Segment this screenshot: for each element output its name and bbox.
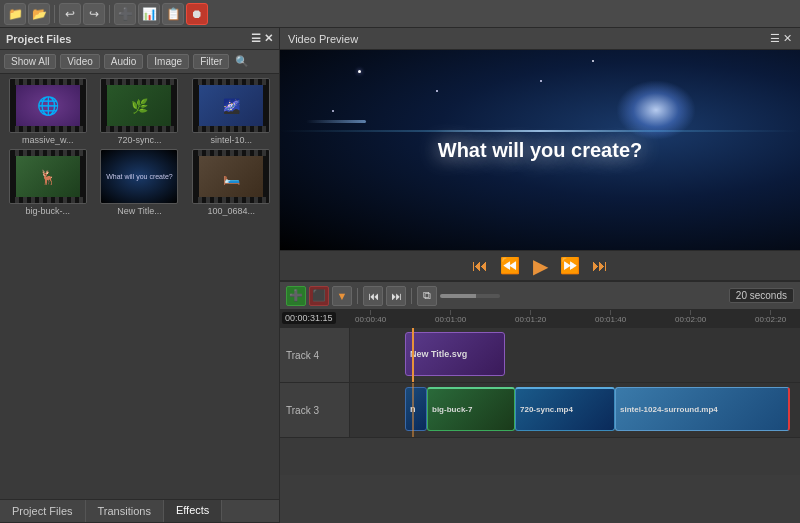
show-all-button[interactable]: Show All: [4, 54, 56, 69]
image-filter-button[interactable]: Image: [147, 54, 189, 69]
skip-start-tl-button[interactable]: ⏮: [363, 286, 383, 306]
project-files-title: Project Files: [6, 33, 71, 45]
thumbnail: 🛏️: [192, 149, 270, 204]
clip-n[interactable]: n: [405, 387, 427, 431]
thumbnail: 🌐: [9, 78, 87, 133]
timeline-content: Track 4 New Title.svg Track 3: [280, 328, 800, 475]
tab-project-files[interactable]: Project Files: [0, 500, 86, 522]
audio-filter-button[interactable]: Audio: [104, 54, 144, 69]
clip-name: New Title.svg: [410, 349, 467, 359]
tl-separator-2: [411, 288, 412, 304]
main-toolbar: 📁 📂 ↩ ↪ ➕ 📊 📋 ⏺: [0, 0, 800, 28]
timecode: 00:00:31:15: [282, 312, 336, 324]
playhead-track3: [412, 383, 414, 437]
snap-button[interactable]: ⧉: [417, 286, 437, 306]
preview-title: Video Preview: [288, 33, 358, 45]
playhead: [412, 328, 414, 382]
list-item[interactable]: 🌐 massive_w...: [4, 78, 92, 145]
open-button[interactable]: 📂: [28, 3, 50, 25]
filter-down-button[interactable]: ▼: [332, 286, 352, 306]
seconds-label: 20 seconds: [729, 288, 794, 303]
track-row-3: Track 3 n big-buck-7: [280, 383, 800, 438]
ruler-tick-2: 00:01:20: [515, 310, 546, 324]
thumbnail: 🌌: [192, 78, 270, 133]
undo-button[interactable]: ↩: [59, 3, 81, 25]
thumbnail: 🌿: [100, 78, 178, 133]
video-preview: What will you create?: [280, 50, 800, 250]
list-item[interactable]: 🛏️ 100_0684...: [187, 149, 275, 216]
clip-sintel[interactable]: sintel-1024-surround.mp4: [615, 387, 790, 431]
list-item[interactable]: 🌿 720-sync...: [96, 78, 184, 145]
ruler-tick-4: 00:02:00: [675, 310, 706, 324]
track-3-area: n big-buck-7 720-sync.mp4 sintel-1024-su…: [350, 383, 800, 437]
rewind-button[interactable]: ⏪: [499, 255, 521, 277]
thumbnail: 🦌: [9, 149, 87, 204]
video-filter-button[interactable]: Video: [60, 54, 99, 69]
add-track-button[interactable]: ➕: [286, 286, 306, 306]
clip-big-buck[interactable]: big-buck-7: [427, 387, 515, 431]
tabs-row: Project Files Transitions Effects: [0, 499, 279, 523]
zoom-slider[interactable]: [440, 294, 500, 298]
clip-720-sync[interactable]: 720-sync.mp4: [515, 387, 615, 431]
play-button[interactable]: ▶: [529, 255, 551, 277]
timeline: ➕ ⬛ ▼ ⏮ ⏭ ⧉ 20 seconds 00:00:31:15 00:00…: [280, 280, 800, 475]
separator-1: [54, 5, 55, 23]
clip-name: 720-sync.mp4: [520, 405, 573, 414]
file-name: sintel-10...: [210, 135, 252, 145]
track-4-area: New Title.svg: [350, 328, 800, 382]
tab-effects[interactable]: Effects: [164, 500, 222, 522]
track-4-label: Track 4: [280, 328, 350, 382]
add-button[interactable]: ➕: [114, 3, 136, 25]
skip-start-button[interactable]: ⏮: [469, 255, 491, 277]
thumbnail: What will you create?: [100, 149, 178, 204]
preview-background: What will you create?: [280, 50, 800, 250]
file-name: 720-sync...: [117, 135, 161, 145]
ruler-tick-1: 00:01:00: [435, 310, 466, 324]
new-button[interactable]: 📁: [4, 3, 26, 25]
file-name: big-buck-...: [26, 206, 71, 216]
file-name: 100_0684...: [207, 206, 255, 216]
ruler-tick-0: 00:00:40: [355, 310, 386, 324]
filter-icon: 🔍: [235, 55, 249, 68]
left-panel: Project Files ☰ ✕ Show All Video Audio I…: [0, 28, 280, 523]
project-files-controls: ☰ ✕: [251, 32, 273, 45]
skip-end-button[interactable]: ⏭: [589, 255, 611, 277]
light-beam: [280, 130, 800, 132]
playback-controls: ⏮ ⏪ ▶ ⏩ ⏭: [280, 250, 800, 280]
tl-separator-1: [357, 288, 358, 304]
fast-forward-button[interactable]: ⏩: [559, 255, 581, 277]
filter-button[interactable]: Filter: [193, 54, 229, 69]
skip-end-tl-button[interactable]: ⏭: [386, 286, 406, 306]
file-name: New Title...: [117, 206, 162, 216]
ruler-tick-3: 00:01:40: [595, 310, 626, 324]
right-panel: Video Preview ☰ ✕ What will you create? …: [280, 28, 800, 523]
clip-new-title[interactable]: New Title.svg: [405, 332, 505, 376]
clip-name: big-buck-7: [432, 405, 472, 414]
project-files-header: Project Files ☰ ✕: [0, 28, 279, 50]
timeline-toolbar: ➕ ⬛ ▼ ⏮ ⏭ ⧉ 20 seconds: [280, 282, 800, 310]
file-grid: 🌐 massive_w... 🌿 720-sync... 🌌 sintel-10…: [0, 74, 279, 499]
record-button[interactable]: ⏺: [186, 3, 208, 25]
preview-text: What will you create?: [438, 139, 642, 162]
track-3-label: Track 3: [280, 383, 350, 437]
main-area: Project Files ☰ ✕ Show All Video Audio I…: [0, 28, 800, 523]
filter-row: Show All Video Audio Image Filter 🔍: [0, 50, 279, 74]
separator-2: [109, 5, 110, 23]
preview-header: Video Preview ☰ ✕: [280, 28, 800, 50]
file-name: massive_w...: [22, 135, 74, 145]
redo-button[interactable]: ↪: [83, 3, 105, 25]
list-item[interactable]: 🦌 big-buck-...: [4, 149, 92, 216]
preview-controls: ☰ ✕: [770, 32, 792, 45]
ruler-tick-5: 00:02:20: [755, 310, 786, 324]
timeline-ruler: 00:00:31:15 00:00:40 00:01:00 00:01:20 0…: [280, 310, 800, 328]
export-button[interactable]: 📋: [162, 3, 184, 25]
remove-track-button[interactable]: ⬛: [309, 286, 329, 306]
list-item[interactable]: What will you create? New Title...: [96, 149, 184, 216]
clip-name: sintel-1024-surround.mp4: [620, 405, 718, 414]
tab-transitions[interactable]: Transitions: [86, 500, 164, 522]
titles-button[interactable]: 📊: [138, 3, 160, 25]
track-row-4: Track 4 New Title.svg: [280, 328, 800, 383]
list-item[interactable]: 🌌 sintel-10...: [187, 78, 275, 145]
